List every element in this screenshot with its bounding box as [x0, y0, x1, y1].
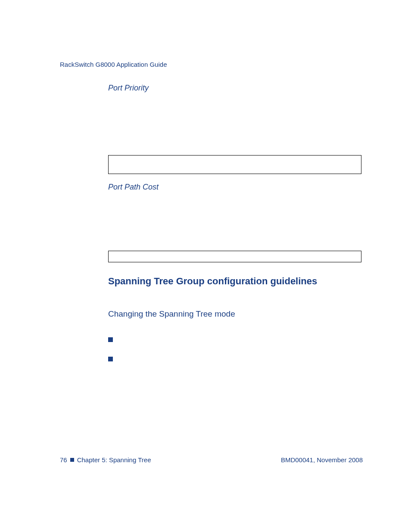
subheading-changing-mode: Changing the Spanning Tree mode	[108, 309, 235, 319]
chapter-label: Chapter 5: Spanning Tree	[77, 456, 151, 464]
section-title-port-priority: Port Priority	[108, 84, 149, 93]
document-page: RackSwitch G8000 Application Guide Port …	[0, 0, 411, 532]
footer-left: 76 Chapter 5: Spanning Tree	[60, 456, 151, 464]
page-footer: 76 Chapter 5: Spanning Tree BMD00041, No…	[60, 456, 363, 464]
page-number: 76	[60, 456, 67, 464]
document-header: RackSwitch G8000 Application Guide	[60, 61, 167, 68]
heading-spanning-tree-guidelines: Spanning Tree Group configuration guidel…	[108, 276, 317, 287]
square-icon	[70, 458, 74, 462]
section-title-port-path-cost: Port Path Cost	[108, 183, 159, 192]
code-box-2	[108, 251, 361, 262]
bullet-icon	[108, 357, 113, 361]
code-box-1	[108, 155, 361, 174]
doc-id: BMD00041, November 2008	[281, 456, 363, 464]
bullet-icon	[108, 337, 113, 342]
